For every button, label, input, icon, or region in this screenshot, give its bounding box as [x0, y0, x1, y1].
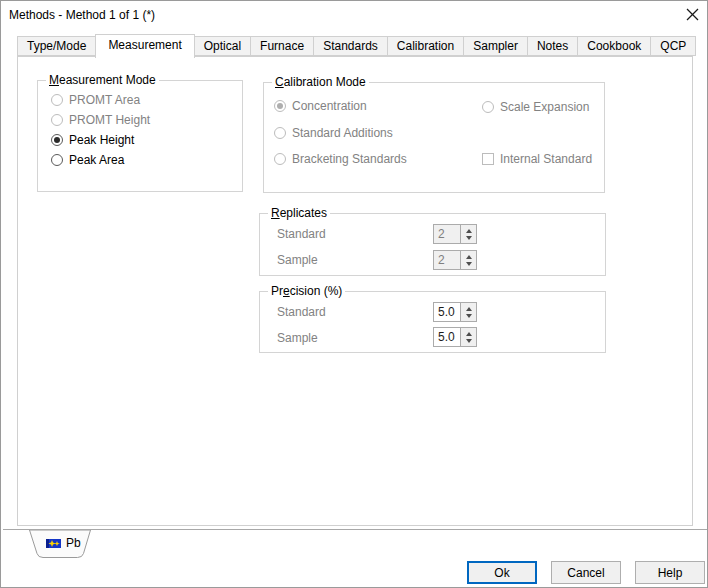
help-button[interactable]: Help	[635, 561, 705, 584]
radio-icon	[274, 127, 286, 139]
radio-icon	[51, 114, 63, 126]
radio-icon	[482, 101, 494, 113]
calibration-mode-group: Calibration Mode Concentration Standard …	[263, 82, 605, 193]
radio-icon	[51, 94, 63, 106]
precision-group: Precision (%) Standard 5.0 Sample 5.0	[259, 291, 606, 353]
precision-sample-label: Sample	[277, 331, 318, 345]
tab-furnace[interactable]: Furnace	[250, 36, 314, 56]
close-icon	[686, 8, 699, 21]
radio-selected-icon	[274, 100, 286, 112]
tab-calibration[interactable]: Calibration	[387, 36, 464, 56]
precision-legend: Precision (%)	[268, 284, 345, 298]
spin-down-icon[interactable]	[466, 339, 472, 343]
tab-type-mode[interactable]: Type/Mode	[17, 36, 96, 56]
replicates-standard-spinner[interactable]: 2	[433, 224, 477, 244]
radio-selected-icon	[51, 134, 63, 146]
radio-concentration[interactable]: Concentration	[274, 99, 367, 113]
spin-down-icon[interactable]	[466, 236, 472, 240]
calibration-mode-legend: Calibration Mode	[272, 75, 369, 89]
element-tab-divider	[3, 529, 707, 530]
spinner-buttons[interactable]	[460, 328, 476, 346]
radio-scale-expansion[interactable]: Scale Expansion	[482, 100, 589, 114]
radio-icon	[274, 153, 286, 165]
close-button[interactable]	[683, 6, 701, 24]
radio-peak-area[interactable]: Peak Area	[51, 153, 242, 167]
precision-standard-spinner[interactable]: 5.0	[433, 302, 477, 322]
replicates-sample-label: Sample	[277, 253, 318, 267]
spin-up-icon[interactable]	[466, 229, 472, 233]
tab-measurement[interactable]: Measurement	[95, 34, 194, 58]
window-title: Methods - Method 1 of 1 (*)	[9, 8, 155, 22]
precision-sample-spinner[interactable]: 5.0	[433, 327, 477, 347]
ok-button[interactable]: Ok	[467, 561, 537, 584]
spin-down-icon[interactable]	[466, 314, 472, 318]
tab-sampler[interactable]: Sampler	[463, 36, 528, 56]
spin-down-icon[interactable]	[466, 262, 472, 266]
cancel-button[interactable]: Cancel	[551, 561, 621, 584]
tab-notes[interactable]: Notes	[527, 36, 578, 56]
radio-promt-area[interactable]: PROMT Area	[51, 93, 242, 107]
replicates-legend: Replicates	[268, 206, 330, 220]
replicates-standard-label: Standard	[277, 227, 326, 241]
element-tab-label: Pb	[66, 536, 81, 550]
tab-standards[interactable]: Standards	[313, 36, 388, 56]
measurement-mode-group: Measurement Mode PROMT Area PROMT Height…	[37, 80, 243, 192]
radio-peak-height[interactable]: Peak Height	[51, 133, 242, 147]
tab-cookbook[interactable]: Cookbook	[577, 36, 651, 56]
lamp-element-icon	[46, 537, 61, 550]
radio-standard-additions[interactable]: Standard Additions	[274, 126, 393, 140]
tab-strip: Type/Mode Measurement Optical Furnace St…	[17, 34, 696, 56]
spinner-buttons[interactable]	[460, 225, 476, 243]
spin-up-icon[interactable]	[466, 332, 472, 336]
spin-up-icon[interactable]	[466, 307, 472, 311]
precision-standard-label: Standard	[277, 305, 326, 319]
measurement-mode-legend: Measurement Mode	[46, 73, 159, 87]
checkbox-internal-standard[interactable]: Internal Standard	[482, 152, 592, 166]
spin-up-icon[interactable]	[466, 255, 472, 259]
spinner-buttons[interactable]	[460, 303, 476, 321]
spinner-buttons[interactable]	[460, 251, 476, 269]
replicates-group: Replicates Standard 2 Sample 2	[259, 213, 606, 276]
element-tab-pb[interactable]: Pb	[29, 530, 91, 558]
tab-qcp[interactable]: QCP	[650, 36, 696, 56]
tab-optical[interactable]: Optical	[194, 36, 251, 56]
methods-dialog: Methods - Method 1 of 1 (*) Type/Mode Me…	[0, 0, 708, 588]
radio-promt-height[interactable]: PROMT Height	[51, 113, 242, 127]
radio-bracketing-standards[interactable]: Bracketing Standards	[274, 152, 407, 166]
checkbox-icon	[482, 153, 494, 165]
replicates-sample-spinner[interactable]: 2	[433, 250, 477, 270]
radio-icon	[51, 154, 63, 166]
